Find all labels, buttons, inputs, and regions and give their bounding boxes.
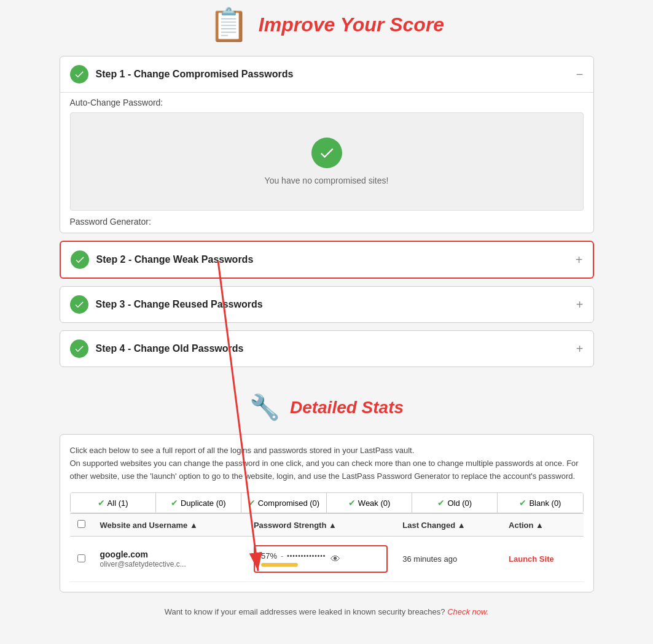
big-check-icon: [311, 138, 342, 168]
tab-check-compromised: ✔: [248, 498, 256, 508]
password-gen-label: Password Generator:: [60, 211, 593, 233]
auto-change-label: Auto-Change Password:: [60, 93, 593, 112]
step2-label: Step 2 - Change Weak Passwords: [96, 254, 254, 265]
filter-tab-blank[interactable]: ✔ Blank (0): [498, 493, 582, 513]
filter-tab-all[interactable]: ✔ All (1): [71, 493, 156, 513]
col-checkbox: [70, 514, 93, 537]
step1-content: Auto-Change Password: You have no compro…: [60, 92, 593, 233]
col-strength: Password Strength ▲: [246, 514, 395, 537]
table-row: google.com oliver@safetydetective.c... 5…: [70, 537, 584, 582]
launch-site-button[interactable]: Launch Site: [509, 554, 554, 564]
step1-label: Step 1 - Change Compromised Passwords: [96, 69, 294, 80]
tab-check-duplicate: ✔: [171, 498, 178, 508]
col-action: Action ▲: [501, 514, 583, 537]
step4-toggle[interactable]: +: [576, 343, 584, 355]
step2-header[interactable]: Step 2 - Change Weak Passwords +: [61, 242, 593, 277]
tab-check-weak: ✔: [348, 498, 356, 508]
strength-bar: [261, 563, 298, 567]
row-changed-cell: 36 minutes ago: [395, 537, 501, 582]
row-strength-cell: 57% - •••••••••••••• 👁: [246, 537, 395, 582]
col-changed: Last Changed ▲: [395, 514, 501, 537]
page-header: 📋 Improve Your Score: [0, 0, 653, 56]
row-checkbox[interactable]: [77, 554, 85, 562]
page-title: Improve Your Score: [259, 14, 444, 36]
stats-title: Detailed Stats: [290, 398, 404, 417]
no-compromised-box: You have no compromised sites!: [70, 112, 584, 211]
tab-check-blank: ✔: [519, 498, 526, 508]
tools-icon: 🔧: [249, 393, 280, 422]
step3-check-icon: [70, 295, 88, 314]
step4-label: Step 4 - Change Old Passwords: [96, 343, 244, 354]
step1-toggle[interactable]: −: [576, 68, 584, 80]
step1-card: Step 1 - Change Compromised Passwords − …: [60, 56, 594, 233]
step3-toggle[interactable]: +: [576, 298, 584, 311]
row-website-cell: google.com oliver@safetydetective.c...: [93, 537, 246, 582]
step1-header[interactable]: Step 1 - Change Compromised Passwords −: [60, 56, 593, 92]
step4-check-icon: [70, 339, 88, 358]
password-strength-box: 57% - •••••••••••••• 👁: [254, 545, 388, 573]
tab-check-all: ✔: [98, 498, 105, 508]
table-description: Click each below to see a full report of…: [70, 444, 584, 483]
step4-header[interactable]: Step 4 - Change Old Passwords +: [60, 331, 593, 367]
step3-card: Step 3 - Change Reused Passwords +: [60, 286, 594, 323]
check-now-link[interactable]: Check now.: [447, 607, 488, 616]
col-website: Website and Username ▲: [93, 514, 246, 537]
filter-tab-old[interactable]: ✔ Old (0): [412, 493, 498, 513]
row-checkbox-cell: [70, 537, 93, 582]
eye-icon[interactable]: 👁: [330, 554, 340, 565]
step3-label: Step 3 - Change Reused Passwords: [96, 299, 263, 310]
step2-check-icon: [71, 250, 89, 269]
step2-card: Step 2 - Change Weak Passwords +: [60, 241, 594, 279]
strength-pct: 57%: [261, 551, 277, 561]
step3-header[interactable]: Step 3 - Change Reused Passwords +: [60, 287, 593, 322]
step1-check-icon: [70, 65, 88, 83]
footer: Want to know if your email addresses wer…: [60, 607, 594, 629]
clipboard-icon: 📋: [209, 6, 249, 44]
table-card: Click each below to see a full report of…: [60, 434, 594, 592]
step2-toggle[interactable]: +: [576, 254, 583, 266]
filter-tabs: ✔ All (1) ✔ Duplicate (0) ✔ Compromised …: [70, 492, 584, 513]
select-all-checkbox[interactable]: [77, 520, 85, 528]
password-dots-row: 57% - ••••••••••••••: [261, 551, 326, 567]
website-info: google.com oliver@safetydetective.c...: [100, 549, 239, 568]
step4-card: Step 4 - Change Old Passwords +: [60, 330, 594, 367]
stats-header: 🔧 Detailed Stats: [60, 374, 594, 434]
filter-tab-duplicate[interactable]: ✔ Duplicate (0): [156, 493, 241, 513]
filter-tab-weak[interactable]: ✔ Weak (0): [327, 493, 412, 513]
filter-tab-compromised[interactable]: ✔ Compromised (0): [241, 493, 327, 513]
tab-check-old: ✔: [437, 498, 445, 508]
strength-dots: ••••••••••••••: [287, 553, 326, 559]
no-compromised-text: You have no compromised sites!: [265, 176, 389, 185]
main-container: Step 1 - Change Compromised Passwords − …: [60, 56, 594, 629]
data-table: Website and Username ▲ Password Strength…: [70, 513, 584, 582]
row-action-cell: Launch Site: [501, 537, 583, 582]
